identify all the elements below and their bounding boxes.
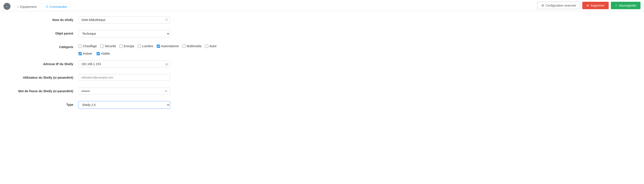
type-label: Type xyxy=(9,101,78,107)
toggle-visible[interactable]: Visible xyxy=(96,52,110,55)
visible-label: Visible xyxy=(101,52,110,55)
eye-icon[interactable]: 👁 xyxy=(164,89,168,93)
tab-equipement[interactable]: □ Equipement xyxy=(13,3,41,10)
adresse-ip-control: ▧ xyxy=(78,60,170,67)
categorie-row: Catégorie Chauffage Sécurité Energie Lum… xyxy=(9,43,296,55)
category-multimedia-label: Multimedia xyxy=(186,44,202,48)
categories-wrap: Chauffage Sécurité Energie Lumière Autom… xyxy=(78,43,253,48)
adresse-ip-input-wrap: ▧ xyxy=(78,60,170,67)
category-energie-checkbox[interactable] xyxy=(120,45,123,48)
utilisateur-label: Utilisateur du Shelly (si paramétré) xyxy=(9,74,78,79)
tab-commandes[interactable]: ☷ Commandes xyxy=(42,3,71,10)
toggles-wrap: Activer Visible xyxy=(78,51,253,55)
category-energie[interactable]: Energie xyxy=(120,44,134,48)
activer-checkbox[interactable] xyxy=(78,52,82,55)
objet-parent-select[interactable]: Technique Salon Cuisine Chambre Bureau xyxy=(78,30,170,37)
mot-de-passe-input-wrap: 👁 xyxy=(78,88,170,95)
category-chauffage-label: Chauffage xyxy=(83,44,97,48)
nom-shelly-row: Nom du shelly ☷ xyxy=(9,16,296,25)
type-select[interactable]: Shelly 2.5 Shelly 1 Shelly 1PM Shelly 2 … xyxy=(78,101,170,109)
tab-commandes-label: Commandes xyxy=(50,5,67,9)
category-securite-label: Sécurité xyxy=(105,44,116,48)
categorie-control: Chauffage Sécurité Energie Lumière Autom… xyxy=(78,43,253,55)
gear-icon: ⚙ xyxy=(541,4,544,7)
nom-shelly-control: ☷ xyxy=(78,16,170,23)
adresse-ip-label: Adresse IP du Shelly xyxy=(9,60,78,66)
mot-de-passe-label: Mot de Passe du Shelly (si paramétré) xyxy=(9,88,78,93)
equipement-icon: □ xyxy=(17,5,19,8)
advanced-config-button[interactable]: ⚙ Configuration avancée xyxy=(537,2,580,9)
form-content: Nom du shelly ☷ Objet parent Technique S… xyxy=(0,11,305,120)
category-lumiere-checkbox[interactable] xyxy=(138,45,141,48)
objet-parent-control: Technique Salon Cuisine Chambre Bureau xyxy=(78,30,170,37)
category-automatisme-label: Automatisme xyxy=(161,44,179,48)
mot-de-passe-input[interactable] xyxy=(78,88,170,95)
category-autre[interactable]: Autre xyxy=(205,44,216,48)
categorie-label: Catégorie xyxy=(9,43,78,49)
header-actions: ⚙ Configuration avancée ⊗ Supprimer ✓ Sa… xyxy=(537,2,640,11)
back-icon: ← xyxy=(6,5,8,8)
activer-label: Activer xyxy=(83,52,92,55)
delete-button[interactable]: ⊗ Supprimer xyxy=(582,2,609,9)
type-row: Type Shelly 2.5 Shelly 1 Shelly 1PM Shel… xyxy=(9,101,296,110)
save-label: Sauvegarder xyxy=(619,4,636,7)
category-automatisme-checkbox[interactable] xyxy=(157,45,160,48)
nom-shelly-input-wrap: ☷ xyxy=(78,16,170,23)
category-autre-checkbox[interactable] xyxy=(205,45,208,48)
check-icon: ✓ xyxy=(615,4,618,7)
nom-shelly-input[interactable] xyxy=(78,16,170,23)
advanced-config-label: Configuration avancée xyxy=(546,4,576,7)
category-chauffage-checkbox[interactable] xyxy=(78,45,82,48)
category-lumiere-label: Lumière xyxy=(142,44,153,48)
category-energie-label: Energie xyxy=(124,44,134,48)
category-multimedia[interactable]: Multimedia xyxy=(182,44,202,48)
toggle-activer[interactable]: Activer xyxy=(78,52,92,55)
category-chauffage[interactable]: Chauffage xyxy=(78,44,97,48)
objet-parent-label: Objet parent xyxy=(9,30,78,35)
commandes-icon: ☷ xyxy=(46,5,48,8)
utilisateur-row: Utilisateur du Shelly (si paramétré) xyxy=(9,74,296,82)
minus-circle-icon: ⊗ xyxy=(586,4,589,7)
objet-parent-row: Objet parent Technique Salon Cuisine Cha… xyxy=(9,30,296,38)
category-autre-label: Autre xyxy=(209,44,216,48)
category-automatisme[interactable]: Automatisme xyxy=(157,44,179,48)
adresse-ip-input[interactable] xyxy=(78,60,170,67)
category-lumiere[interactable]: Lumière xyxy=(138,44,153,48)
type-control: Shelly 2.5 Shelly 1 Shelly 1PM Shelly 2 … xyxy=(78,101,170,109)
category-securite[interactable]: Sécurité xyxy=(100,44,116,48)
visible-checkbox[interactable] xyxy=(96,52,100,55)
mot-de-passe-row: Mot de Passe du Shelly (si paramétré) 👁 xyxy=(9,88,296,96)
category-multimedia-checkbox[interactable] xyxy=(182,45,186,48)
adresse-ip-row: Adresse IP du Shelly ▧ xyxy=(9,60,296,69)
category-securite-checkbox[interactable] xyxy=(100,45,104,48)
delete-label: Supprimer xyxy=(590,4,604,7)
mot-de-passe-control: 👁 xyxy=(78,88,170,95)
tab-bar: ← □ Equipement ☷ Commandes ⚙ Configurati… xyxy=(0,0,644,11)
tab-equipement-label: Equipement xyxy=(20,5,37,9)
save-button[interactable]: ✓ Sauvegarder xyxy=(611,2,640,9)
nom-shelly-label: Nom du shelly xyxy=(9,16,78,22)
utilisateur-control xyxy=(78,74,170,81)
utilisateur-input[interactable] xyxy=(78,74,170,81)
back-button[interactable]: ← xyxy=(4,3,10,10)
